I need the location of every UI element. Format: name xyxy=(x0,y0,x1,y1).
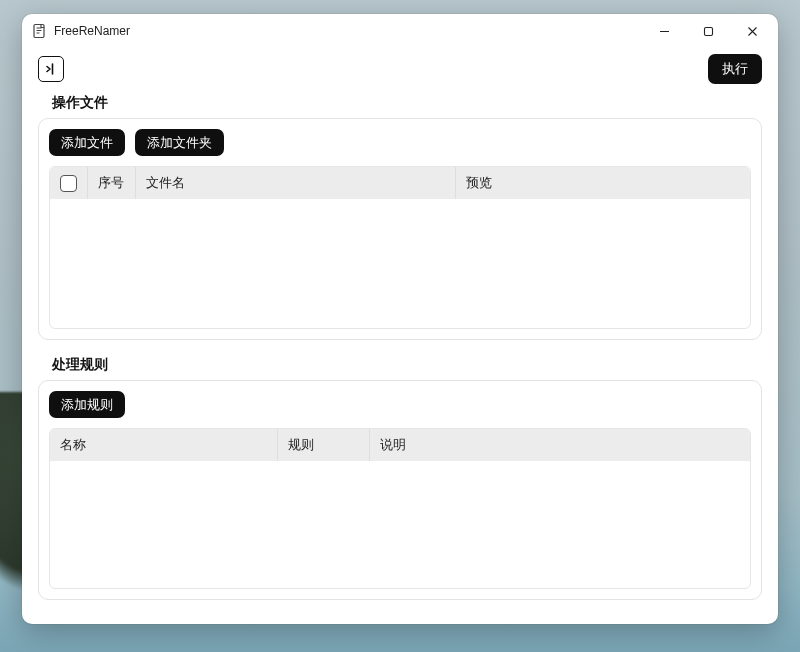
svg-rect-1 xyxy=(704,27,712,35)
add-folder-button[interactable]: 添加文件夹 xyxy=(135,129,224,157)
rules-table: 名称 规则 说明 xyxy=(49,428,751,588)
app-window: FreeReNamer 执行 操作文件 添加文件 添 xyxy=(22,14,778,624)
execute-button[interactable]: 执行 xyxy=(708,54,762,84)
rules-col-description: 说明 xyxy=(370,429,750,461)
files-col-preview: 预览 xyxy=(456,167,750,199)
files-section: 操作文件 添加文件 添加文件夹 序号 文件名 预览 xyxy=(38,94,762,340)
add-rule-button[interactable]: 添加规则 xyxy=(49,391,125,419)
rules-table-header: 名称 规则 说明 xyxy=(50,429,750,461)
content-area: 操作文件 添加文件 添加文件夹 序号 文件名 预览 xyxy=(22,94,778,624)
rules-section: 处理规则 添加规则 名称 规则 说明 xyxy=(38,356,762,600)
files-button-row: 添加文件 添加文件夹 xyxy=(49,129,751,157)
rules-col-name: 名称 xyxy=(50,429,278,461)
files-section-title: 操作文件 xyxy=(38,94,762,118)
rules-section-title: 处理规则 xyxy=(38,356,762,380)
add-file-button[interactable]: 添加文件 xyxy=(49,129,125,157)
titlebar: FreeReNamer xyxy=(22,14,778,48)
files-select-all-header[interactable] xyxy=(50,167,88,199)
rules-button-row: 添加规则 xyxy=(49,391,751,419)
files-col-filename: 文件名 xyxy=(136,167,456,199)
window-minimize-button[interactable] xyxy=(642,16,686,46)
select-all-checkbox[interactable] xyxy=(60,175,77,192)
window-title: FreeReNamer xyxy=(54,24,130,38)
rules-panel: 添加规则 名称 规则 说明 xyxy=(38,380,762,600)
files-panel: 添加文件 添加文件夹 序号 文件名 预览 xyxy=(38,118,762,340)
window-close-button[interactable] xyxy=(730,16,774,46)
files-table-header: 序号 文件名 预览 xyxy=(50,167,750,199)
files-col-index: 序号 xyxy=(88,167,136,199)
app-icon xyxy=(32,23,48,39)
files-table: 序号 文件名 预览 xyxy=(49,166,751,328)
window-maximize-button[interactable] xyxy=(686,16,730,46)
main-toolbar: 执行 xyxy=(22,48,778,94)
rules-col-rule: 规则 xyxy=(278,429,370,461)
sidebar-toggle-button[interactable] xyxy=(38,56,64,82)
